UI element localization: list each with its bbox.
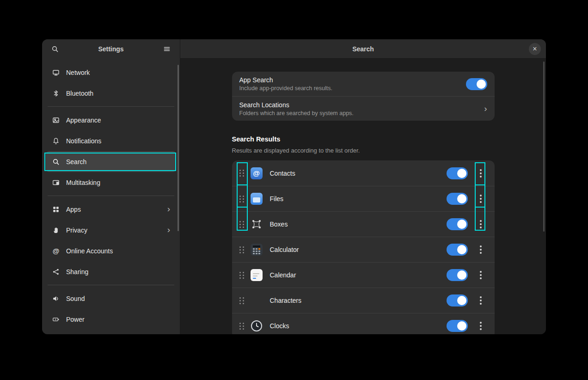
app-name: Clocks — [270, 322, 289, 330]
sidebar-separator — [46, 104, 176, 110]
sidebar-separator — [46, 193, 176, 199]
search-results-section-head: Search Results Results are displayed acc… — [232, 135, 495, 154]
search-locations-row[interactable]: Search Locations Folders which are searc… — [232, 96, 495, 121]
drag-handle-icon[interactable] — [239, 297, 244, 304]
search-options-card: App Search Include app-provided search r… — [232, 72, 495, 121]
chevron-right-icon: › — [167, 204, 170, 213]
calendar-menu-button[interactable] — [480, 270, 482, 280]
files-menu-button[interactable] — [480, 194, 482, 204]
at-symbol-icon: @ — [52, 247, 60, 255]
sidebar-item-label: Apps — [66, 206, 81, 213]
app-name: Calendar — [270, 271, 296, 279]
list-item-calendar[interactable]: Calendar — [232, 262, 495, 288]
sidebar-item-power[interactable]: Power — [46, 309, 176, 330]
chevron-right-icon: › — [484, 104, 487, 113]
app-search-subtitle: Include app-provided search results. — [239, 85, 333, 92]
contacts-app-icon: @ — [251, 167, 263, 179]
drag-handle-icon[interactable] — [239, 323, 244, 330]
app-search-toggle[interactable] — [466, 78, 487, 90]
drag-handle-icon[interactable] — [239, 272, 244, 279]
main-headerbar: Search × — [180, 39, 546, 59]
list-item-files[interactable]: Files — [232, 186, 495, 211]
kebab-menu-icon — [480, 172, 482, 174]
kebab-menu-icon — [480, 325, 482, 327]
sidebar-item-search[interactable]: Search — [46, 151, 176, 172]
desktop: { "sidebar": { "title": "Settings", "ite… — [0, 0, 588, 380]
sidebar-separator — [46, 282, 176, 288]
list-item-contacts[interactable]: @ Contacts — [232, 160, 495, 186]
drag-handle-icon[interactable] — [239, 170, 244, 177]
app-search-title: App Search — [239, 76, 333, 84]
boxes-menu-button[interactable] — [480, 219, 482, 229]
files-app-icon — [251, 193, 263, 205]
kebab-menu-icon — [480, 274, 482, 276]
kebab-menu-icon — [480, 198, 482, 200]
drag-handle-icon[interactable] — [239, 196, 244, 202]
sidebar-item-label: Search — [66, 158, 86, 165]
drag-handle-icon[interactable] — [239, 246, 244, 253]
close-button[interactable]: × — [529, 43, 541, 55]
sidebar-item-apps[interactable]: Apps › — [46, 199, 176, 220]
sidebar-headerbar: Settings — [42, 39, 180, 59]
page-title: Search — [352, 45, 374, 53]
app-name: Characters — [270, 297, 301, 304]
bluetooth-icon — [52, 89, 60, 98]
kebab-menu-icon — [480, 223, 482, 225]
sidebar-item-label: Sharing — [66, 268, 88, 276]
sidebar-item-network[interactable]: Network — [46, 62, 176, 83]
search-results-subheading: Results are displayed according to the l… — [232, 147, 495, 154]
contacts-toggle[interactable] — [447, 167, 468, 179]
hamburger-menu-icon — [163, 45, 171, 53]
bell-icon — [52, 137, 60, 145]
speaker-icon — [52, 294, 60, 303]
main-scrollbar[interactable] — [543, 61, 545, 232]
characters-toggle[interactable] — [447, 294, 468, 306]
network-icon — [52, 68, 60, 77]
main-menu-button[interactable] — [160, 43, 173, 55]
app-search-row[interactable]: App Search Include app-provided search r… — [232, 72, 495, 96]
app-name: Boxes — [270, 221, 288, 228]
apps-grid-icon — [52, 205, 60, 214]
sidebar-item-label: Online Accounts — [66, 247, 113, 255]
sidebar-scrollbar[interactable] — [178, 65, 179, 231]
appearance-icon — [52, 116, 60, 124]
sidebar-item-online-accounts[interactable]: @ Online Accounts — [46, 240, 176, 261]
sidebar-item-multitasking[interactable]: Multitasking — [46, 172, 176, 193]
calculator-app-icon — [251, 244, 263, 256]
list-item-boxes[interactable]: Boxes — [232, 211, 495, 237]
sidebar-item-privacy[interactable]: Privacy › — [46, 220, 176, 240]
sidebar-item-appearance[interactable]: Appearance — [46, 110, 176, 130]
kebab-menu-icon — [480, 300, 482, 301]
sidebar-item-bluetooth[interactable]: Bluetooth — [46, 83, 176, 104]
magnifier-icon — [52, 158, 60, 166]
boxes-toggle[interactable] — [447, 218, 468, 230]
clocks-toggle[interactable] — [447, 320, 468, 332]
calendar-toggle[interactable] — [447, 269, 468, 281]
sidebar-item-sharing[interactable]: Sharing — [46, 261, 176, 282]
characters-menu-button[interactable] — [480, 295, 482, 306]
list-item-characters[interactable]: Characters — [232, 288, 495, 313]
search-icon — [51, 45, 59, 53]
calculator-toggle[interactable] — [447, 244, 468, 256]
app-name: Calculator — [270, 246, 299, 253]
settings-window: Settings Network — [42, 39, 546, 334]
sidebar-item-label: Multitasking — [66, 179, 100, 186]
search-button[interactable] — [49, 43, 61, 55]
drag-handle-icon[interactable] — [239, 221, 244, 228]
sidebar-item-label: Sound — [66, 295, 85, 302]
calculator-menu-button[interactable] — [480, 245, 482, 255]
files-toggle[interactable] — [447, 193, 468, 205]
search-settings-content: App Search Include app-provided search r… — [180, 59, 546, 334]
sidebar-item-label: Network — [66, 69, 90, 76]
multitasking-icon — [52, 178, 60, 187]
list-item-clocks[interactable]: Clocks — [232, 313, 495, 334]
hand-privacy-icon — [52, 226, 60, 234]
sidebar-item-label: Appearance — [66, 116, 101, 124]
contacts-menu-button[interactable] — [480, 168, 482, 178]
sidebar-item-sound[interactable]: Sound — [46, 288, 176, 309]
clocks-menu-button[interactable] — [480, 321, 482, 331]
calendar-app-icon — [251, 269, 263, 281]
boxes-app-icon — [251, 218, 263, 230]
list-item-calculator[interactable]: Calculator — [232, 237, 495, 262]
sidebar-item-notifications[interactable]: Notifications — [46, 130, 176, 151]
